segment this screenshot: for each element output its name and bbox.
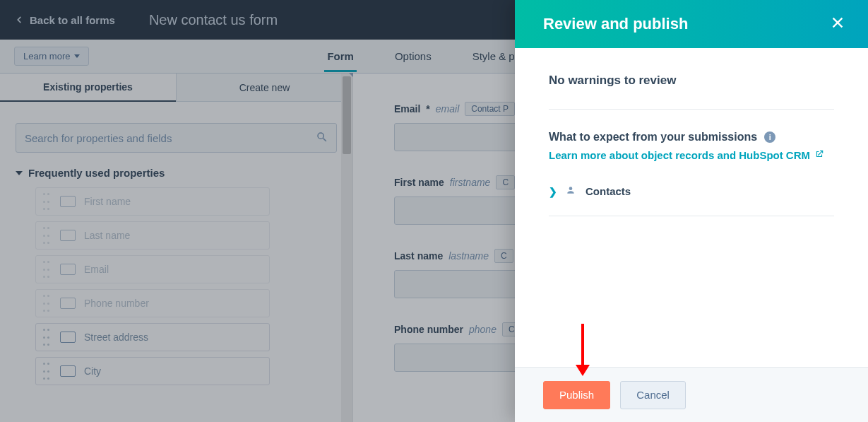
learn-more-link[interactable]: Learn more about object records and HubS… — [549, 149, 834, 161]
search-icon — [316, 131, 328, 143]
back-to-forms-link[interactable]: Back to all forms — [14, 14, 115, 26]
frequently-used-header[interactable]: Frequently used properties — [16, 167, 337, 179]
caret-down-icon — [16, 171, 23, 175]
chevron-left-icon — [14, 15, 24, 25]
text-field-icon — [60, 365, 76, 377]
text-field-icon — [60, 332, 76, 343]
object-contacts-row[interactable]: ❯ Contacts — [549, 185, 834, 216]
tab-form[interactable]: Form — [324, 41, 357, 72]
sidebar-tabs: Existing properties Create new — [0, 74, 352, 102]
sidebar-scrollbar[interactable] — [341, 74, 352, 422]
expect-heading: What to expect from your submissions i — [549, 131, 834, 143]
publish-button[interactable]: Publish — [543, 381, 610, 409]
object-label: Contacts — [585, 185, 631, 197]
search-wrap — [16, 123, 337, 153]
caret-down-icon — [74, 54, 80, 58]
sidebar-tab-existing[interactable]: Existing properties — [0, 74, 176, 102]
text-field-icon — [60, 196, 76, 207]
learn-more-dropdown[interactable]: Learn more — [14, 47, 89, 66]
property-last-name[interactable]: Last name — [35, 221, 270, 250]
search-input[interactable] — [16, 123, 337, 153]
properties-sidebar: Existing properties Create new Frequentl… — [0, 74, 353, 422]
person-icon — [566, 185, 576, 197]
property-phone-number[interactable]: Phone number — [35, 289, 270, 317]
external-link-icon — [814, 149, 824, 161]
scrollbar-thumb[interactable] — [343, 76, 351, 154]
text-field-icon — [60, 264, 76, 275]
back-label: Back to all forms — [30, 14, 115, 26]
no-warnings-text: No warnings to review — [549, 74, 834, 110]
sidebar-tab-create-new[interactable]: Create new — [176, 74, 352, 102]
panel-title: Review and publish — [543, 15, 688, 33]
chevron-right-icon: ❯ — [549, 186, 556, 197]
property-first-name[interactable]: First name — [35, 187, 270, 216]
panel-body: No warnings to review What to expect fro… — [515, 48, 868, 367]
cancel-button[interactable]: Cancel — [620, 381, 686, 409]
property-email[interactable]: Email — [35, 255, 270, 283]
text-field-icon — [60, 298, 76, 309]
property-street-address[interactable]: Street address — [35, 323, 270, 351]
panel-footer: Publish Cancel — [515, 367, 868, 422]
close-icon — [830, 15, 845, 30]
freq-label: Frequently used properties — [28, 167, 165, 179]
close-button[interactable] — [830, 15, 845, 33]
property-list: First name Last name Email Phone number … — [35, 187, 352, 385]
info-icon[interactable]: i — [764, 131, 775, 143]
review-publish-panel: Review and publish No warnings to review… — [515, 0, 868, 422]
tab-options[interactable]: Options — [392, 41, 434, 72]
panel-header: Review and publish — [515, 0, 868, 48]
property-city[interactable]: City — [35, 357, 270, 385]
text-field-icon — [60, 230, 76, 241]
learn-more-label: Learn more — [23, 51, 70, 61]
form-title[interactable]: New contact us form — [149, 12, 278, 28]
